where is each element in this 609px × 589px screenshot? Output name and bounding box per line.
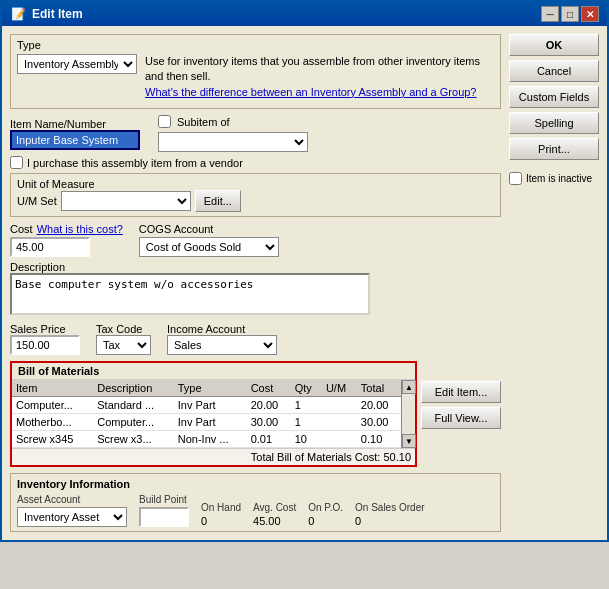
cell-um xyxy=(322,414,357,431)
type-info-span: Use for inventory items that you assembl… xyxy=(145,55,480,82)
sales-price-block: Sales Price xyxy=(10,323,80,355)
cogs-label: COGS Account xyxy=(139,223,279,235)
tax-combo[interactable]: Tax xyxy=(96,335,151,355)
asset-account-col: Asset Account Inventory Asset xyxy=(17,494,127,527)
col-item: Item xyxy=(12,380,93,397)
bom-section: Bill of Materials Item Description Type xyxy=(10,361,417,467)
table-row[interactable]: Motherbo... Computer... Inv Part 30.00 1… xyxy=(12,414,415,431)
uom-label: Unit of Measure xyxy=(17,178,494,190)
print-button[interactable]: Print... xyxy=(509,138,599,160)
description-label: Description xyxy=(10,261,501,273)
bom-table: Item Description Type Cost Qty U/M Total xyxy=(12,380,415,448)
bom-total-value: 50.10 xyxy=(383,451,411,463)
sales-price-input[interactable] xyxy=(10,335,80,355)
table-row[interactable]: Screw x345 Screw x3... Non-Inv ... 0.01 … xyxy=(12,431,415,448)
on-po-value: 0 xyxy=(308,515,343,527)
window-title: Edit Item xyxy=(32,7,83,21)
cell-qty: 10 xyxy=(291,431,322,448)
col-um: U/M xyxy=(322,380,357,397)
item-name-label: Item Name/Number xyxy=(10,118,140,130)
description-block: Description Base computer system w/o acc… xyxy=(10,261,501,323)
bom-title: Bill of Materials xyxy=(12,363,415,380)
inv-columns: Asset Account Inventory Asset Build Poin… xyxy=(17,494,494,527)
subitem-combo[interactable] xyxy=(158,132,308,152)
cancel-button[interactable]: Cancel xyxy=(509,60,599,82)
bom-total-label: Total Bill of Materials Cost: xyxy=(251,451,381,463)
custom-fields-button[interactable]: Custom Fields xyxy=(509,86,599,108)
cogs-block: COGS Account Cost of Goods Sold xyxy=(139,223,279,257)
type-info-text: Use for inventory items that you assembl… xyxy=(145,54,494,100)
tax-code-block: Tax Code Tax xyxy=(96,323,151,355)
income-account-block: Income Account Sales xyxy=(167,323,277,355)
avg-cost-col: Avg. Cost 45.00 xyxy=(253,502,296,527)
scroll-down-button[interactable]: ▼ xyxy=(402,434,416,448)
um-row: U/M Set Edit... xyxy=(17,190,494,212)
item-inactive-row: Item is inactive xyxy=(509,172,599,185)
cost-input[interactable] xyxy=(10,237,90,257)
main-content: Type Inventory Assembly Use for inventor… xyxy=(2,26,607,540)
build-point-col: Build Point xyxy=(139,494,189,527)
what-is-cost-link[interactable]: What is this cost? xyxy=(37,223,123,235)
cell-type: Non-Inv ... xyxy=(174,431,247,448)
build-point-label: Build Point xyxy=(139,494,189,505)
cost-label-row: Cost What is this cost? xyxy=(10,223,123,235)
title-controls: ─ □ ✕ xyxy=(541,6,599,22)
bom-scroll: Item Description Type Cost Qty U/M Total xyxy=(12,380,415,448)
col-cost: Cost xyxy=(247,380,291,397)
asset-combo[interactable]: Inventory Asset xyxy=(17,507,127,527)
close-button[interactable]: ✕ xyxy=(581,6,599,22)
cell-qty: 1 xyxy=(291,397,322,414)
table-row[interactable]: Computer... Standard ... Inv Part 20.00 … xyxy=(12,397,415,414)
income-combo[interactable]: Sales xyxy=(167,335,277,355)
cell-total: 30.00 xyxy=(357,414,401,431)
cell-um xyxy=(322,397,357,414)
on-sales-label: On Sales Order xyxy=(355,502,424,513)
full-view-button[interactable]: Full View... xyxy=(421,407,501,429)
type-combo[interactable]: Inventory Assembly xyxy=(17,54,137,74)
cell-item: Computer... xyxy=(12,397,93,414)
scroll-up-button[interactable]: ▲ xyxy=(402,380,416,394)
um-set-combo[interactable] xyxy=(61,191,191,211)
col-total: Total xyxy=(357,380,401,397)
item-inactive-label: Item is inactive xyxy=(526,173,592,184)
avg-cost-value: 45.00 xyxy=(253,515,296,527)
cell-desc: Screw x3... xyxy=(93,431,174,448)
cell-um xyxy=(322,431,357,448)
bom-header: Item Description Type Cost Qty U/M Total xyxy=(12,380,415,397)
inv-info-title: Inventory Information xyxy=(17,478,494,490)
ok-button[interactable]: OK xyxy=(509,34,599,56)
subitem-checkbox[interactable] xyxy=(158,115,171,128)
minimize-button[interactable]: ─ xyxy=(541,6,559,22)
edit-item-button[interactable]: Edit Item... xyxy=(421,381,501,403)
cell-total: 0.10 xyxy=(357,431,401,448)
item-inactive-checkbox[interactable] xyxy=(509,172,522,185)
main-form: Type Inventory Assembly Use for inventor… xyxy=(10,34,501,532)
purchase-label: I purchase this assembly item from a ven… xyxy=(27,157,243,169)
type-link[interactable]: What's the difference between an Invento… xyxy=(145,86,476,98)
purchase-checkbox[interactable] xyxy=(10,156,23,169)
item-name-input[interactable] xyxy=(10,130,140,150)
bom-scrollbar[interactable]: ▲ ▼ xyxy=(401,380,415,448)
item-name-row: Item Name/Number Subitem of xyxy=(10,115,501,152)
cogs-combo[interactable]: Cost of Goods Sold xyxy=(139,237,279,257)
description-textarea[interactable]: Base computer system w/o accessories xyxy=(10,273,370,315)
spelling-button[interactable]: Spelling xyxy=(509,112,599,134)
um-set-label: U/M Set xyxy=(17,195,57,207)
build-point-input[interactable] xyxy=(139,507,189,527)
restore-button[interactable]: □ xyxy=(561,6,579,22)
sales-row: Sales Price Tax Code Tax Income Account … xyxy=(10,323,501,355)
cell-total: 20.00 xyxy=(357,397,401,414)
type-desc-row: Inventory Assembly Use for inventory ite… xyxy=(17,54,494,100)
subitem-label: Subitem of xyxy=(177,116,230,128)
subitem-block: Subitem of xyxy=(158,115,308,152)
tax-label: Tax Code xyxy=(96,323,151,335)
edit-item-window: 📝 Edit Item ─ □ ✕ Type Inventory Assembl… xyxy=(0,0,609,542)
scroll-track[interactable] xyxy=(402,394,415,434)
edit-uom-button[interactable]: Edit... xyxy=(195,190,241,212)
cell-desc: Standard ... xyxy=(93,397,174,414)
col-qty: Qty xyxy=(291,380,322,397)
window-icon: 📝 xyxy=(10,6,26,22)
on-hand-col: On Hand 0 xyxy=(201,502,241,527)
item-name-block: Item Name/Number xyxy=(10,118,140,150)
inventory-info-section: Inventory Information Asset Account Inve… xyxy=(10,473,501,532)
